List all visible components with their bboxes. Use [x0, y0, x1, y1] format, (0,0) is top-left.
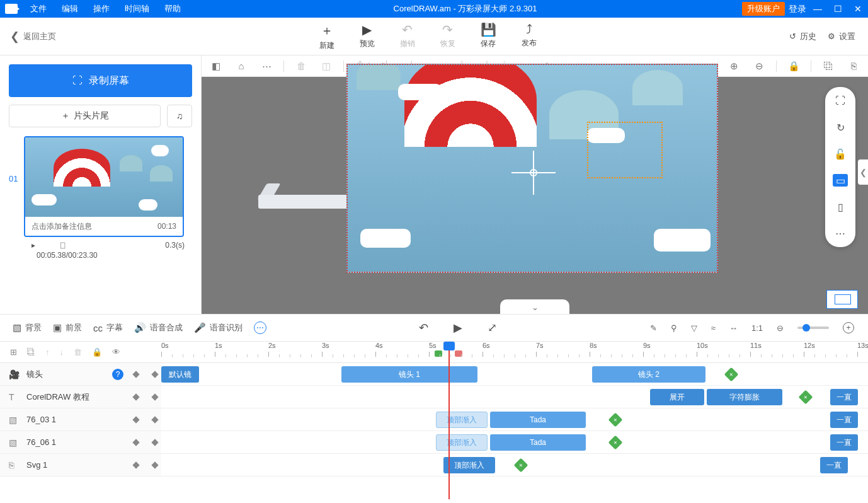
menu-file[interactable]: 文件 [23, 0, 54, 18]
keyframe-prev-icon[interactable] [132, 393, 139, 400]
clip[interactable]: 顶部渐入 [436, 434, 488, 451]
tab-asr[interactable]: 🎤语音识别 [194, 322, 243, 333]
record-screen-button[interactable]: ⛶ 录制屏幕 [9, 64, 192, 97]
keyframe-prev-icon[interactable] [132, 371, 139, 378]
history-button[interactable]: ↺ 历史 [789, 31, 816, 42]
keyframe-prev-icon[interactable] [132, 416, 139, 423]
clip[interactable]: 一直 [830, 434, 858, 451]
adjust-icon[interactable]: ≈ [711, 323, 716, 333]
play-scene-icon[interactable]: ▸ [31, 241, 35, 250]
back-home-button[interactable]: ❮ 返回主页 [0, 30, 66, 43]
clip[interactable]: Tada [490, 412, 586, 428]
playhead[interactable] [448, 342, 450, 499]
zoom-plus-icon[interactable]: + [843, 322, 854, 333]
help-icon[interactable]: ? [112, 369, 123, 380]
track-body[interactable]: 顶部渐入Tada一直 [161, 431, 868, 453]
filter-icon[interactable]: ⚲ [671, 323, 677, 333]
lock-track-icon[interactable]: 🔒 [92, 347, 102, 357]
track-body[interactable]: 展开字符膨胀一直 [161, 386, 868, 408]
move-up-icon[interactable]: ↑ [45, 347, 50, 357]
track-head[interactable]: ▧ 76_06 1 [0, 431, 161, 453]
funnel-icon[interactable]: ▽ [691, 323, 697, 333]
scene-thumbnail[interactable]: 点击添加备注信息 00:13 [24, 136, 184, 237]
redo-view-icon[interactable]: ↻ [834, 121, 847, 134]
menu-action[interactable]: 操作 [86, 0, 117, 18]
add-track-icon[interactable]: ⊞ [10, 347, 17, 357]
desktop-view-icon[interactable]: ▭ [833, 174, 848, 187]
menu-timeline[interactable]: 时间轴 [117, 0, 157, 18]
expand-handle[interactable]: ❮ [858, 159, 868, 185]
play-icon[interactable]: ▶ [454, 321, 462, 335]
action-撤销[interactable]: ↶撤销 [400, 22, 415, 51]
zoom-in-icon[interactable]: ⊕ [728, 61, 740, 72]
unlock-icon[interactable]: 🔓 [834, 147, 847, 160]
rewind-icon[interactable]: ↶ [419, 321, 428, 335]
marker-in-icon[interactable] [435, 350, 442, 357]
lock-icon[interactable]: 🔒 [788, 61, 799, 72]
align-canvas-icon[interactable]: ◧ [210, 61, 222, 72]
settings-button[interactable]: ⚙ 设置 [828, 31, 855, 42]
tab-foreground[interactable]: ▣前景 [53, 322, 82, 333]
delete-icon[interactable]: 🗑 [295, 61, 307, 71]
copy-icon[interactable]: ⿻ [823, 61, 834, 71]
keyframe-prev-icon[interactable] [132, 439, 139, 446]
keyframe-next-icon[interactable] [151, 416, 158, 423]
track-body[interactable]: 顶部渐入一直 [161, 454, 868, 476]
move-down-icon[interactable]: ↓ [60, 347, 64, 357]
mobile-view-icon[interactable]: ▯ [834, 200, 847, 213]
track-body[interactable]: 顶部渐入Tada一直 [161, 408, 868, 431]
thumb-note[interactable]: 点击添加备注信息 [31, 221, 92, 232]
action-保存[interactable]: 💾保存 [481, 22, 496, 51]
clip[interactable]: 一直 [830, 412, 858, 428]
menu-edit[interactable]: 编辑 [54, 0, 86, 18]
tab-subtitle[interactable]: cc字幕 [93, 322, 123, 333]
title-segment-button[interactable]: ＋ 片头片尾 [9, 105, 161, 127]
clip[interactable]: 镜头 2 [592, 366, 705, 383]
scale-11-icon[interactable]: 1:1 [751, 323, 763, 333]
clip[interactable]: 顶部渐入 [436, 412, 488, 428]
action-恢复[interactable]: ↷恢复 [440, 22, 455, 51]
clip[interactable]: 默认镜 [161, 366, 199, 383]
close-icon[interactable]: ✕ [848, 0, 868, 18]
login-button[interactable]: 登录 [787, 0, 808, 18]
home-icon[interactable]: ⌂ [236, 61, 247, 71]
keyframe-next-icon[interactable] [151, 461, 158, 468]
track-body[interactable]: 默认镜镜头 1镜头 2 [161, 363, 868, 385]
minimap[interactable] [826, 290, 858, 309]
keyframe-next-icon[interactable] [151, 439, 158, 446]
more-options-icon[interactable]: ⋯ [261, 61, 272, 72]
tab-background[interactable]: ▧背景 [13, 322, 42, 333]
visibility-icon[interactable]: 👁 [112, 347, 120, 357]
action-发布[interactable]: ⤴发布 [522, 22, 537, 51]
clip[interactable]: 展开 [650, 389, 704, 405]
action-预览[interactable]: ▶预览 [360, 22, 375, 51]
zoom-minus-icon[interactable]: ⊖ [777, 323, 784, 333]
upgrade-button[interactable]: 升级账户 [742, 2, 785, 16]
add-keyframe-icon[interactable] [800, 391, 811, 403]
new-folder-icon[interactable]: ⿻ [27, 347, 35, 357]
minimize-icon[interactable]: — [808, 0, 828, 18]
menu-help[interactable]: 帮助 [157, 0, 188, 18]
zoom-slider[interactable] [797, 327, 829, 329]
music-button[interactable]: ♫ [167, 105, 192, 127]
fit-width-icon[interactable]: ↔ [729, 323, 738, 333]
track-head[interactable]: ▧ 76_03 1 [0, 408, 161, 431]
paste-icon[interactable]: ⎘ [848, 61, 859, 71]
clip[interactable]: 顶部渐入 [443, 457, 495, 473]
maximize-icon[interactable]: ☐ [828, 0, 848, 18]
clip[interactable]: 字符膨胀 [707, 389, 782, 405]
add-keyframe-icon[interactable] [515, 460, 527, 471]
add-keyframe-icon[interactable] [610, 437, 621, 448]
tab-tts[interactable]: 🔊语音合成 [134, 322, 183, 333]
keyframe-next-icon[interactable] [151, 371, 158, 378]
selection-box[interactable] [587, 122, 663, 178]
fullscreen-icon[interactable]: ⛶ [834, 95, 847, 107]
canvas-frame[interactable] [346, 64, 718, 273]
delete-track-icon[interactable]: 🗑 [74, 347, 82, 357]
track-head[interactable]: T CorelDRAW 教程 [0, 386, 161, 408]
keyframe-next-icon[interactable] [151, 393, 158, 400]
keyframe-prev-icon[interactable] [132, 461, 139, 468]
more-view-icon[interactable]: ⋯ [834, 227, 847, 240]
action-新建[interactable]: ＋新建 [319, 22, 334, 51]
clip[interactable]: Tada [490, 434, 586, 451]
